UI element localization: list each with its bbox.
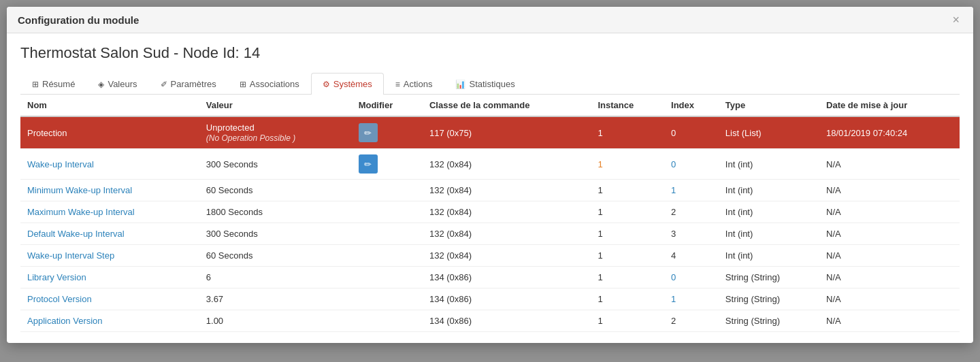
edit-button[interactable]: ✏ — [359, 154, 378, 174]
cell-instance: 1 — [591, 245, 665, 267]
col-nom: Nom — [20, 95, 199, 116]
modal-close-button[interactable]: × — [949, 14, 962, 26]
cell-index: 0 — [664, 267, 719, 289]
nom-link[interactable]: Minimum Wake-up Interval — [27, 185, 132, 195]
statistiques-icon: 📊 — [455, 80, 466, 89]
tab-valeurs-label: Valeurs — [108, 79, 137, 89]
nom-link[interactable]: Maximum Wake-up Interval — [27, 207, 135, 217]
index-link[interactable]: 1 — [671, 185, 676, 195]
cell-date: N/A — [819, 223, 960, 245]
cell-date: 18/01/2019 07:40:24 — [819, 116, 960, 149]
table-header-row: Nom Valeur Modifier Classe de la command… — [20, 95, 960, 116]
cell-modifier — [352, 201, 423, 223]
cell-index: 0 — [664, 116, 719, 149]
cell-instance: 1 — [591, 201, 665, 223]
cell-type: Int (int) — [719, 223, 819, 245]
index-link[interactable]: 1 — [671, 294, 676, 304]
cell-nom: Application Version — [20, 310, 199, 332]
col-instance: Instance — [591, 95, 665, 116]
index-link[interactable]: 0 — [671, 159, 676, 169]
cell-nom: Library Version — [20, 267, 199, 289]
cell-classe: 134 (0x86) — [423, 289, 591, 310]
cell-classe: 134 (0x86) — [423, 310, 591, 332]
nom-link[interactable]: Protection — [27, 128, 67, 138]
tab-statistiques-label: Statistiques — [469, 79, 514, 89]
col-date: Date de mise à jour — [819, 95, 960, 116]
cell-valeur: Unprotected(No Operation Possible ) — [199, 116, 352, 149]
cell-nom: Wake-up Interval — [20, 149, 199, 180]
table-row: Wake-up Interval300 Seconds✏132 (0x84)10… — [20, 149, 960, 180]
cell-type: Int (int) — [719, 180, 819, 201]
cell-instance: 1 — [591, 116, 665, 149]
tab-systemes[interactable]: ⚙ Systèmes — [311, 73, 384, 95]
tab-resume[interactable]: ⊞ Résumé — [20, 73, 86, 95]
cell-instance: 1 — [591, 149, 665, 180]
cell-modifier — [352, 245, 423, 267]
index-link[interactable]: 0 — [671, 272, 676, 282]
cell-nom: Default Wake-up Interval — [20, 223, 199, 245]
col-modifier: Modifier — [352, 95, 423, 116]
cell-nom: Maximum Wake-up Interval — [20, 201, 199, 223]
modal-header: Configuration du module × — [7, 7, 973, 33]
cell-type: String (String) — [719, 267, 819, 289]
nom-link[interactable]: Application Version — [27, 316, 103, 326]
table-row: Maximum Wake-up Interval1800 Seconds132 … — [20, 201, 960, 223]
tab-systemes-label: Systèmes — [333, 79, 372, 89]
edit-button[interactable]: ✏ — [359, 123, 378, 142]
cell-valeur: 1.00 — [199, 310, 352, 332]
nom-link[interactable]: Library Version — [27, 272, 86, 282]
cell-classe: 132 (0x84) — [423, 149, 591, 180]
cell-date: N/A — [819, 310, 960, 332]
cell-classe: 134 (0x86) — [423, 267, 591, 289]
nom-link[interactable]: Protocol Version — [27, 294, 92, 304]
table-row: Protocol Version3.67134 (0x86)11String (… — [20, 289, 960, 310]
tab-associations[interactable]: ⊞ Associations — [228, 73, 311, 95]
cell-valeur: 300 Seconds — [199, 223, 352, 245]
nom-link[interactable]: Default Wake-up Interval — [27, 229, 125, 239]
cell-index: 0 — [664, 149, 719, 180]
cell-type: String (String) — [719, 310, 819, 332]
cell-modifier: ✏ — [352, 116, 423, 149]
parametres-icon: ✐ — [161, 80, 167, 89]
tab-statistiques[interactable]: 📊 Statistiques — [444, 73, 526, 95]
page-title: Thermostat Salon Sud - Node Id: 14 — [20, 44, 960, 62]
modal-overlay: Configuration du module × Thermostat Sal… — [0, 0, 980, 362]
cell-instance: 1 — [591, 267, 665, 289]
associations-icon: ⊞ — [240, 80, 246, 89]
instance-link[interactable]: 1 — [598, 159, 603, 169]
systemes-icon: ⚙ — [323, 80, 330, 89]
actions-icon: ≡ — [395, 80, 400, 89]
cell-nom: Wake-up Interval Step — [20, 245, 199, 267]
systems-table: Nom Valeur Modifier Classe de la command… — [20, 95, 960, 332]
cell-date: N/A — [819, 149, 960, 180]
tab-actions-label: Actions — [404, 79, 433, 89]
tab-actions[interactable]: ≡ Actions — [384, 73, 444, 95]
cell-modifier — [352, 310, 423, 332]
cell-valeur: 3.67 — [199, 289, 352, 310]
cell-instance: 1 — [591, 180, 665, 201]
nom-link[interactable]: Wake-up Interval — [27, 159, 94, 169]
cell-nom: Protocol Version — [20, 289, 199, 310]
tab-resume-label: Résumé — [42, 79, 75, 89]
cell-valeur: 60 Seconds — [199, 180, 352, 201]
valeurs-icon: ◈ — [98, 80, 104, 89]
tab-associations-label: Associations — [250, 79, 299, 89]
cell-index: 2 — [664, 310, 719, 332]
cell-type: Int (int) — [719, 245, 819, 267]
tab-valeurs[interactable]: ◈ Valeurs — [86, 73, 148, 95]
cell-valeur: 6 — [199, 267, 352, 289]
cell-nom: Minimum Wake-up Interval — [20, 180, 199, 201]
nom-link[interactable]: Wake-up Interval Step — [27, 250, 114, 261]
cell-index: 3 — [664, 223, 719, 245]
cell-valeur: 1800 Seconds — [199, 201, 352, 223]
table-row: Minimum Wake-up Interval60 Seconds132 (0… — [20, 180, 960, 201]
cell-modifier — [352, 223, 423, 245]
cell-index: 4 — [664, 245, 719, 267]
valeur-secondary: (No Operation Possible ) — [206, 133, 295, 143]
table-container: Nom Valeur Modifier Classe de la command… — [20, 95, 960, 332]
col-valeur: Valeur — [199, 95, 352, 116]
modal-body: Thermostat Salon Sud - Node Id: 14 ⊞ Rés… — [7, 33, 973, 343]
tab-parametres[interactable]: ✐ Paramètres — [149, 73, 228, 95]
cell-instance: 1 — [591, 289, 665, 310]
cell-type: String (String) — [719, 289, 819, 310]
